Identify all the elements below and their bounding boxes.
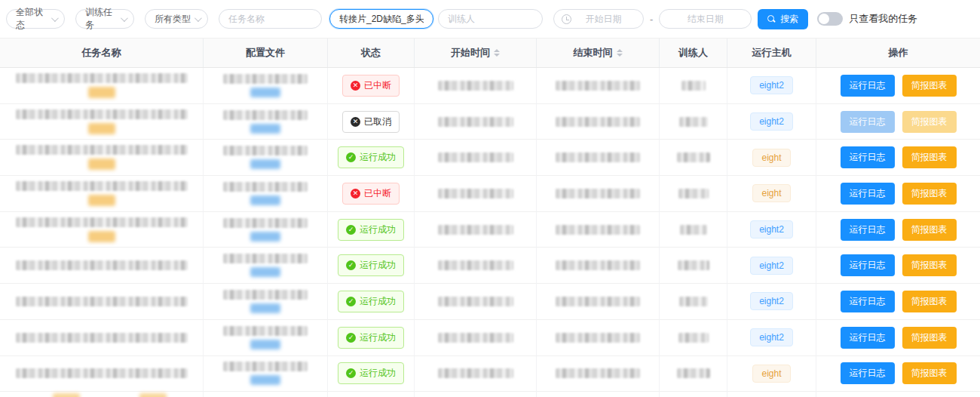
redacted-config-link[interactable] — [250, 232, 280, 242]
status-badge: ✕已中断 — [342, 183, 400, 205]
status-cell: ✓运行成功 — [328, 140, 415, 176]
redacted-config-link[interactable] — [250, 195, 280, 205]
run-log-button[interactable]: 运行日志 — [841, 362, 895, 384]
category-select-value: 所有类型 — [155, 13, 191, 26]
task-type-select-value: 训练任务 — [85, 6, 121, 32]
column-header-end-time[interactable]: 结束时间 — [537, 38, 660, 67]
redacted-config-link[interactable] — [250, 267, 280, 277]
status-badge: ✓运行成功 — [338, 327, 404, 349]
task-name-input[interactable] — [219, 10, 321, 28]
redacted-end-time — [556, 152, 640, 162]
close-circle-icon: ✕ — [351, 189, 360, 198]
report-chart-button[interactable]: 简报图表 — [902, 254, 957, 276]
redacted-config-name — [223, 254, 308, 263]
trainer-input[interactable] — [439, 10, 542, 28]
end-time-cell — [537, 104, 660, 140]
redacted-trainer — [677, 152, 710, 162]
search-button[interactable]: 搜索 — [758, 9, 808, 29]
start-time-cell — [415, 248, 537, 284]
run-log-button[interactable]: 运行日志 — [841, 146, 895, 168]
host-cell: eight — [727, 140, 816, 176]
run-log-button[interactable]: 运行日志 — [841, 75, 895, 97]
start-time-cell — [415, 140, 537, 176]
redacted-config-link[interactable] — [250, 88, 280, 97]
host-tag: eight — [752, 365, 790, 383]
redacted-start-time — [438, 189, 513, 198]
task-name-cell — [0, 212, 204, 248]
task-name-search-input[interactable] — [330, 10, 433, 28]
status-cell: ✕已中断 — [328, 176, 415, 212]
redacted-end-time — [556, 297, 640, 306]
trainer-cell — [660, 212, 727, 248]
chevron-down-icon — [121, 14, 128, 22]
trainer-cell — [660, 140, 727, 176]
close-circle-icon: ✕ — [351, 117, 360, 127]
only-my-tasks-toggle[interactable] — [817, 12, 843, 26]
redacted-config-link[interactable] — [250, 340, 280, 349]
actions-cell: 运行日志简报图表 — [816, 248, 980, 284]
table-header: 任务名称 配置文件 状态 开始时间 结束时间 训练人 运行主机 操作 — [0, 38, 980, 68]
actions-cell: 运行日志简报图表 — [816, 104, 980, 140]
end-date-picker[interactable]: 结束日期 — [659, 9, 752, 29]
sort-icon[interactable] — [617, 49, 623, 57]
check-circle-icon: ✓ — [346, 333, 356, 343]
table-body: ✕已中断eight2运行日志简报图表✕已取消eight2运行日志简报图表✓运行成… — [0, 68, 980, 397]
report-chart-button[interactable]: 简报图表 — [902, 146, 957, 168]
report-chart-button[interactable]: 简报图表 — [902, 219, 957, 241]
redacted-config-link[interactable] — [250, 124, 280, 134]
redacted-config-name — [223, 326, 308, 336]
redacted-task-name — [16, 333, 188, 343]
host-cell: eight2 — [727, 68, 816, 104]
report-chart-button[interactable]: 简报图表 — [902, 291, 957, 312]
redacted-task-name — [16, 260, 188, 270]
date-range-separator: - — [650, 14, 653, 25]
report-chart-button[interactable]: 简报图表 — [902, 75, 957, 97]
run-log-button[interactable]: 运行日志 — [841, 219, 895, 241]
table-row: ✕已取消eight2运行日志简报图表 — [0, 104, 980, 140]
run-log-button[interactable]: 运行日志 — [841, 183, 895, 205]
report-chart-button[interactable]: 简报图表 — [902, 362, 957, 384]
redacted-config-name — [223, 290, 308, 300]
status-badge: ✓运行成功 — [338, 254, 404, 276]
redacted-config-link[interactable] — [250, 375, 280, 385]
report-chart-button[interactable]: 简报图表 — [902, 183, 957, 205]
actions-cell: 运行日志简报图表 — [816, 140, 980, 176]
task-management-page: 全部状态 训练任务 所有类型 开始日期 - 结束日期 搜索 — [0, 0, 980, 397]
redacted-trainer — [677, 368, 710, 378]
run-log-button[interactable]: 运行日志 — [841, 254, 895, 276]
category-select[interactable]: 所有类型 — [145, 9, 208, 29]
status-badge: ✓运行成功 — [338, 146, 404, 168]
redacted-config-name — [223, 362, 308, 371]
filter-bar: 全部状态 训练任务 所有类型 开始日期 - 结束日期 搜索 — [0, 0, 980, 38]
report-chart-button[interactable]: 简报图表 — [902, 327, 957, 349]
redacted-task-name — [16, 145, 188, 155]
table-row: ✕已中断eight2运行日志简报图表 — [0, 68, 980, 104]
run-log-button[interactable]: 运行日志 — [841, 291, 895, 312]
config-file-cell — [204, 320, 328, 356]
host-tag: eight2 — [750, 76, 793, 94]
start-time-cell — [415, 68, 537, 104]
run-log-button[interactable]: 运行日志 — [841, 327, 895, 349]
status-cell: ✓运行成功 — [328, 284, 415, 320]
start-time-cell — [415, 392, 537, 397]
redacted-task-name — [16, 73, 188, 83]
end-time-cell — [537, 392, 660, 397]
table-row: ✓运行成功eight运行日志简报图表 — [0, 140, 980, 176]
redacted-config-link[interactable] — [250, 303, 280, 313]
column-header-actions: 操作 — [816, 38, 980, 67]
task-type-select[interactable]: 训练任务 — [75, 9, 134, 29]
sort-icon[interactable] — [494, 49, 500, 57]
column-header-start-time[interactable]: 开始时间 — [415, 38, 537, 67]
end-time-cell — [537, 248, 660, 284]
status-cell — [328, 392, 415, 397]
start-time-cell — [415, 356, 537, 392]
status-select[interactable]: 全部状态 — [6, 9, 65, 29]
start-date-picker[interactable]: 开始日期 — [553, 9, 644, 29]
redacted-task-badge — [53, 393, 80, 397]
redacted-task-name — [16, 109, 188, 119]
redacted-config-link[interactable] — [250, 159, 280, 169]
redacted-start-time — [438, 260, 513, 270]
task-name-cell — [0, 392, 204, 397]
end-time-cell — [537, 68, 660, 104]
start-time-cell — [415, 320, 537, 356]
